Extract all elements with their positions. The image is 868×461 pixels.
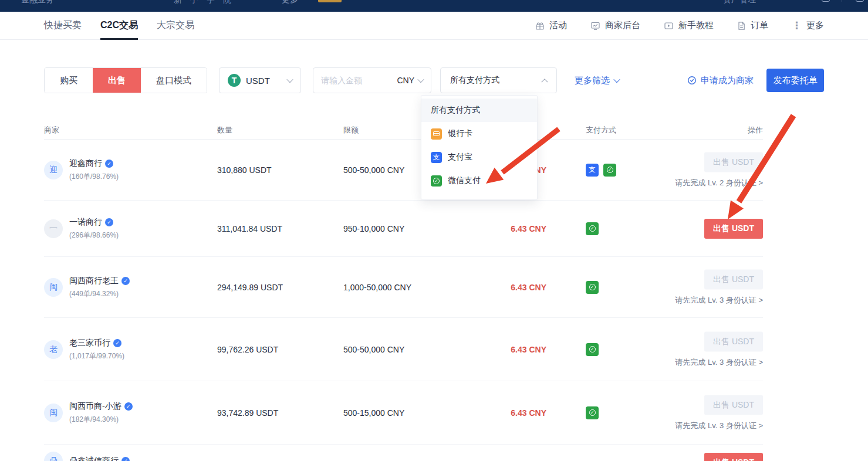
merchant-cell: 鼎鼎鑫诚信商行✓	[44, 452, 130, 461]
topbar-item-finance[interactable]: 金融业务	[21, 0, 54, 5]
topbar-item-academy[interactable]: 新手学院	[174, 0, 239, 5]
merchant-stats: (449单/94.32%)	[69, 289, 130, 299]
publish-order-button[interactable]: 发布委托单	[766, 69, 824, 92]
payment-icons-cell: ✓	[586, 281, 599, 294]
action-cell: 出售 USDT	[704, 219, 763, 239]
price-cell: 6.43 CNY	[455, 345, 546, 354]
sell-usdt-button[interactable]: 出售 USDT	[704, 453, 763, 461]
dropdown-option-label: 支付宝	[448, 152, 472, 162]
more-filters-label: 更多筛选	[575, 75, 610, 86]
limit-cell: 500-50,000 CNY	[343, 345, 404, 354]
topbar-item-assets[interactable]: 资产管理	[723, 0, 756, 5]
buy-sell-segmented-control: 购买出售盘口模式	[44, 67, 207, 93]
column-header-限额: 限额	[343, 125, 359, 135]
verified-badge-icon: ✓	[121, 277, 130, 285]
column-header-数量: 数量	[217, 125, 232, 135]
dropdown-option-label: 银行卡	[448, 128, 472, 139]
segment-盘口模式[interactable]: 盘口模式	[141, 68, 207, 93]
nav-link-活动[interactable]: 活动	[535, 20, 567, 31]
merchant-name[interactable]: 鼎鑫诚信商行✓	[69, 456, 130, 461]
merchant-info: 鼎鑫诚信商行✓	[69, 456, 130, 461]
price-cell: 6.43 CNY	[455, 408, 546, 418]
column-header-商家: 商家	[44, 125, 59, 135]
merchant-name[interactable]: 迎鑫商行✓	[69, 158, 119, 169]
nav-link-label: 商家后台	[605, 20, 640, 31]
dropdown-option-微信支付[interactable]: ✓微信支付	[421, 169, 537, 192]
c2c-trading-page: { "topbar": { "left_items": ["金融业务", "新手…	[0, 0, 868, 461]
tab-大宗交易[interactable]: 大宗交易	[157, 12, 194, 40]
merchant-name[interactable]: 老三家币行✓	[69, 338, 124, 348]
amount-input[interactable]	[321, 76, 384, 85]
avatar: 鼎	[44, 452, 63, 461]
limit-cell: 500-50,000 CNY	[343, 165, 404, 175]
offers-table: 商家数量限额单价支付方式操作 迎迎鑫商行✓(160单/98.76%)310,88…	[44, 123, 763, 461]
payment-icons-cell: ✓	[586, 222, 599, 235]
table-row: 老老三家币行✓(1,017单/99.70%)99,762.26 USDT500-…	[44, 318, 763, 381]
chevron-down-icon	[613, 76, 620, 83]
amount-cell: 310,880 USDT	[217, 165, 272, 175]
video-icon	[664, 21, 674, 30]
kyc-note-link[interactable]: 请先完成 Lv. 3 身份认证 >	[675, 420, 763, 431]
nav-link-label: 新手教程	[678, 20, 714, 31]
nav-link-label: 更多	[806, 20, 824, 31]
sell-usdt-button[interactable]: 出售 USDT	[704, 219, 763, 239]
payment-method-select[interactable]: 所有支付方式	[440, 67, 557, 93]
wechat-icon: ✓	[586, 281, 599, 294]
alipay-icon: 支	[586, 164, 599, 177]
action-cell: 出售 USDT请先完成 Lv. 3 身份认证 >	[675, 269, 763, 305]
alipay-icon: 支	[431, 152, 442, 163]
action-cell: 出售 USDT请先完成 Lv. 3 身份认证 >	[675, 395, 763, 431]
nav-link-更多[interactable]: ⋮更多	[792, 19, 824, 32]
tab-快捷买卖[interactable]: 快捷买卖	[44, 12, 82, 40]
kyc-note-link[interactable]: 请先完成 Lv. 3 身份认证 >	[675, 357, 763, 367]
become-merchant-link[interactable]: 申请成为商家	[687, 75, 754, 86]
merchant-name[interactable]: 闽西商行老王✓	[69, 276, 130, 286]
nav-link-订单[interactable]: 订单	[737, 20, 768, 31]
avatar: 闽	[44, 404, 63, 422]
merchant-name[interactable]: 一诺商行✓	[69, 217, 119, 228]
merchant-info: 闽西商行老王✓(449单/94.32%)	[69, 276, 130, 299]
column-header-支付方式: 支付方式	[586, 125, 616, 135]
dropdown-option-label: 微信支付	[448, 175, 481, 186]
topbar-divider	[842, 0, 842, 2]
action-cell: 出售 USDT请先完成 Lv. 2 身份认证 >	[675, 152, 763, 188]
nav-link-商家后台[interactable]: 商家后台	[590, 20, 640, 31]
segment-购买[interactable]: 购买	[45, 68, 93, 93]
more-filters-link[interactable]: 更多筛选	[575, 75, 619, 86]
table-row: 一一诺商行✓(296单/98.66%)311,041.84 USDT950-10…	[44, 201, 763, 257]
order-icon	[737, 21, 746, 30]
merchant-name-text: 一诺商行	[69, 217, 102, 228]
kyc-note-link[interactable]: 请先完成 Lv. 3 身份认证 >	[675, 294, 763, 305]
apps-icon[interactable]	[856, 0, 864, 2]
nav-link-label: 订单	[751, 20, 768, 31]
segment-出售[interactable]: 出售	[93, 68, 141, 93]
topbar-item-more[interactable]: 更多	[282, 0, 298, 5]
merchant-name[interactable]: 闽西币商-小游✓	[69, 401, 133, 412]
currency-select[interactable]: CNY	[397, 76, 423, 85]
nav-link-label: 活动	[549, 20, 567, 31]
limit-cell: 500-15,000 CNY	[343, 408, 404, 418]
sell-usdt-button: 出售 USDT	[704, 331, 763, 351]
dropdown-option-所有支付方式[interactable]: 所有支付方式	[421, 99, 537, 122]
price-cell: 6.43 CNY	[455, 283, 546, 292]
payment-method-select-value: 所有支付方式	[450, 75, 542, 86]
gift-icon	[535, 21, 545, 30]
dropdown-option-支付宝[interactable]: 支支付宝	[421, 145, 537, 169]
payment-icons-cell: ✓	[586, 406, 599, 419]
amount-cell: 294,149.89 USDT	[217, 283, 283, 292]
kyc-note-link[interactable]: 请先完成 Lv. 2 身份认证 >	[675, 177, 763, 188]
user-icon[interactable]	[822, 0, 830, 2]
table-row: 迎迎鑫商行✓(160单/98.76%)310,880 USDT500-50,00…	[44, 140, 763, 201]
currency-select-value: CNY	[397, 76, 414, 85]
merchant-info: 闽西币商-小游✓(182单/94.30%)	[69, 401, 133, 425]
merchant-cell: 老老三家币行✓(1,017单/99.70%)	[44, 338, 124, 361]
coin-select[interactable]: T USDT	[219, 67, 301, 93]
verified-badge-icon: ✓	[124, 402, 133, 411]
price-cell: 6.43 CNY	[455, 224, 546, 233]
tab-C2C交易[interactable]: C2C交易	[100, 12, 138, 40]
dropdown-option-银行卡[interactable]: 银行卡	[421, 122, 537, 145]
sell-usdt-button: 出售 USDT	[704, 269, 763, 289]
nav-quick-links: 活动商家后台新手教程订单⋮更多	[535, 19, 824, 32]
nav-link-新手教程[interactable]: 新手教程	[664, 20, 714, 31]
more-dots-icon: ⋮	[792, 19, 802, 32]
